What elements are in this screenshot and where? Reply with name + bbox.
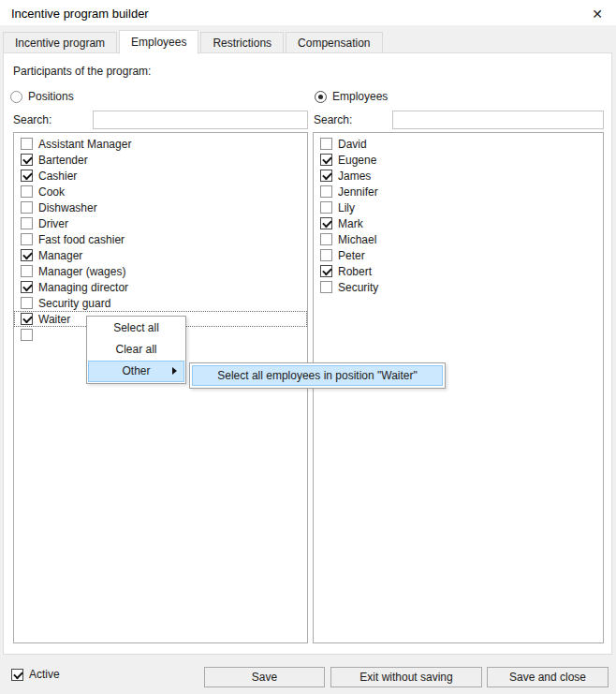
list-item[interactable]: David bbox=[314, 136, 603, 152]
context-menu: Select allClear allOther bbox=[86, 316, 186, 384]
close-icon[interactable]: ✕ bbox=[588, 5, 607, 23]
radio-positions[interactable]: Positions bbox=[10, 90, 74, 103]
checkbox[interactable] bbox=[320, 185, 332, 198]
checkbox[interactable] bbox=[320, 154, 332, 166]
tab-compensation[interactable]: Compensation bbox=[286, 32, 382, 53]
checkbox[interactable] bbox=[21, 329, 33, 341]
checkbox[interactable] bbox=[320, 201, 332, 214]
list-item[interactable]: Fast food cashier bbox=[14, 231, 307, 247]
list-item[interactable]: Eugene bbox=[314, 152, 603, 168]
menu-item-clear-all[interactable]: Clear all bbox=[88, 339, 184, 361]
employees-search-label: Search: bbox=[314, 113, 352, 126]
list-item-label: Security guard bbox=[38, 297, 110, 310]
list-item-label: Peter bbox=[338, 249, 365, 262]
list-item-label: Managing director bbox=[38, 281, 128, 294]
checkbox[interactable] bbox=[21, 281, 33, 293]
checkbox[interactable] bbox=[21, 265, 33, 277]
checkbox[interactable] bbox=[21, 313, 33, 325]
list-item-label: Michael bbox=[338, 233, 376, 246]
list-item[interactable]: Peter bbox=[314, 247, 603, 263]
list-item[interactable]: Mark bbox=[314, 215, 603, 231]
checkbox[interactable] bbox=[21, 217, 33, 229]
menu-item-other[interactable]: Other bbox=[88, 361, 184, 382]
list-item-label: Cashier bbox=[38, 170, 77, 183]
positions-search-input[interactable] bbox=[93, 111, 308, 129]
list-item[interactable]: Assistant Manager bbox=[14, 136, 307, 152]
employees-search-input[interactable] bbox=[392, 111, 604, 129]
list-item-label: Robert bbox=[338, 265, 372, 278]
radio-positions-icon[interactable] bbox=[10, 91, 22, 103]
radio-positions-label: Positions bbox=[28, 90, 74, 103]
radio-employees-label: Employees bbox=[332, 90, 388, 103]
checkbox[interactable] bbox=[21, 233, 33, 245]
list-item-label: Manager (wages) bbox=[38, 265, 125, 278]
active-label: Active bbox=[29, 668, 60, 681]
list-item-label: Assistant Manager bbox=[38, 138, 131, 151]
list-item[interactable]: Robert bbox=[314, 263, 603, 279]
list-item-label: David bbox=[338, 138, 367, 151]
list-item[interactable]: Lily bbox=[314, 199, 603, 215]
checkbox[interactable] bbox=[21, 138, 33, 150]
checkbox[interactable] bbox=[320, 281, 332, 293]
menu-item-select-all[interactable]: Select all bbox=[88, 317, 184, 339]
tab-panel-employees: Participants of the program: Positions E… bbox=[3, 52, 612, 655]
list-item-label: Driver bbox=[38, 217, 68, 230]
checkbox[interactable] bbox=[21, 297, 33, 309]
checkbox[interactable] bbox=[21, 170, 33, 182]
list-item-label: Manager bbox=[38, 249, 82, 262]
list-item-label: Fast food cashier bbox=[38, 233, 125, 246]
active-checkbox-row[interactable]: Active bbox=[11, 668, 60, 681]
save-button[interactable]: Save bbox=[204, 667, 325, 687]
active-checkbox[interactable] bbox=[11, 669, 23, 681]
radio-employees-icon[interactable] bbox=[315, 91, 327, 103]
list-item-label: Bartender bbox=[38, 154, 88, 167]
checkbox[interactable] bbox=[21, 154, 33, 166]
list-item[interactable]: Cook bbox=[14, 184, 307, 199]
list-item[interactable]: Jennifer bbox=[314, 184, 603, 199]
submenu-arrow-icon bbox=[172, 367, 177, 375]
radio-employees[interactable]: Employees bbox=[315, 90, 388, 103]
tab-bar: Incentive programEmployeesRestrictionsCo… bbox=[3, 31, 385, 53]
menu-item-select-all-employees-in-position[interactable]: Select all employees in position "Waiter… bbox=[192, 365, 443, 386]
checkbox[interactable] bbox=[320, 217, 332, 229]
list-item[interactable]: Manager (wages) bbox=[14, 263, 307, 279]
tab-employees[interactable]: Employees bbox=[119, 30, 198, 54]
checkbox[interactable] bbox=[320, 249, 332, 261]
list-item[interactable]: Security guard bbox=[14, 295, 307, 311]
context-submenu: Select all employees in position "Waiter… bbox=[189, 362, 446, 389]
exit-without-saving-button[interactable]: Exit without saving bbox=[330, 667, 482, 687]
list-item[interactable]: Dishwasher bbox=[14, 199, 307, 215]
checkbox[interactable] bbox=[320, 138, 332, 150]
list-item[interactable]: Cashier bbox=[14, 168, 307, 184]
list-item-label: Eugene bbox=[338, 154, 376, 167]
list-item[interactable]: Michael bbox=[314, 231, 603, 247]
list-item-label: Security bbox=[338, 281, 378, 294]
list-item[interactable]: Security bbox=[314, 279, 603, 295]
participants-label: Participants of the program: bbox=[13, 65, 151, 78]
save-and-close-button[interactable]: Save and close bbox=[487, 667, 609, 687]
checkbox[interactable] bbox=[21, 249, 33, 261]
list-item-label: Dishwasher bbox=[38, 201, 97, 214]
list-item-label: Jennifer bbox=[338, 185, 378, 199]
list-item[interactable]: Driver bbox=[14, 215, 307, 231]
list-item-label: James bbox=[338, 170, 371, 183]
list-item-label: Waiter bbox=[38, 313, 70, 326]
checkbox[interactable] bbox=[320, 170, 332, 182]
checkbox[interactable] bbox=[320, 233, 332, 245]
tab-incentive-program[interactable]: Incentive program bbox=[3, 32, 117, 53]
list-item[interactable]: James bbox=[314, 168, 603, 184]
window-title: Incentive program builder bbox=[11, 7, 149, 21]
checkbox[interactable] bbox=[21, 201, 33, 214]
list-item[interactable]: Manager bbox=[14, 247, 307, 263]
list-item[interactable]: Bartender bbox=[14, 152, 307, 168]
tab-restrictions[interactable]: Restrictions bbox=[200, 32, 284, 53]
checkbox[interactable] bbox=[21, 185, 33, 198]
list-item-label: Mark bbox=[338, 217, 363, 230]
title-bar: Incentive program builder ✕ bbox=[0, 0, 616, 25]
list-item-label: Cook bbox=[38, 185, 65, 199]
list-item-label: Lily bbox=[338, 201, 355, 214]
positions-search-label: Search: bbox=[13, 113, 51, 126]
checkbox[interactable] bbox=[320, 265, 332, 277]
list-item[interactable]: Managing director bbox=[14, 279, 307, 295]
